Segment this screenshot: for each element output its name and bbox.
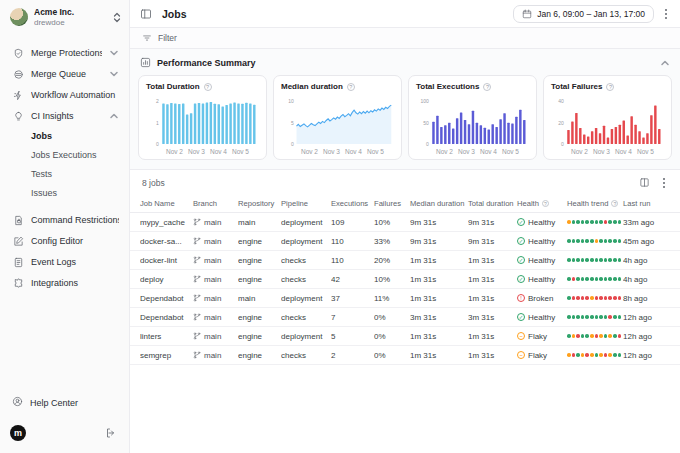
sidebar-item-label: Merge Protections	[31, 48, 102, 58]
table-body: mypy_cachemainmaindeployment10910%9m 31s…	[130, 213, 680, 365]
table-row[interactable]: semgrepmainenginechecks20%1m 31s1m 31s~F…	[130, 346, 680, 365]
cell-health: ✓Healthy	[517, 237, 567, 246]
collapse-chevron-icon[interactable]	[660, 59, 670, 67]
health-label: Flaky	[528, 351, 547, 360]
logout-icon[interactable]	[105, 427, 117, 439]
x-axis-labels: Nov 2Nov 3Nov 4Nov 5	[551, 147, 664, 155]
cell-health-trend	[567, 220, 623, 224]
sidebar-item-command-restrictions[interactable]: Command Restrictions	[0, 210, 129, 231]
svg-text:5: 5	[291, 119, 294, 125]
cell-executions: 37	[331, 294, 374, 303]
column-header-health-trend[interactable]: Health trend?	[567, 199, 623, 208]
cell-health: ✓Healthy	[517, 256, 567, 265]
column-header-last-run[interactable]: Last run	[623, 199, 670, 208]
cell-last-run: 33m ago	[623, 218, 670, 227]
sidebar-subitem-tests[interactable]: Tests	[0, 165, 129, 184]
info-icon[interactable]: ?	[483, 83, 491, 91]
filter-bar[interactable]: Filter	[130, 28, 680, 49]
sidebar-item-label: Command Restrictions	[31, 215, 119, 225]
health-label: Healthy	[528, 256, 555, 265]
bar-chart: 012	[146, 93, 259, 147]
git-branch-icon	[193, 313, 201, 321]
cell-repository: main	[238, 218, 281, 227]
sidebar-item-workflow-automation[interactable]: Workflow Automation	[0, 85, 129, 106]
cell-median-duration: 3m 31s	[410, 313, 468, 322]
info-icon[interactable]: ?	[606, 83, 614, 91]
sidebar-subitem-issues[interactable]: Issues	[0, 184, 129, 203]
org-switcher[interactable]: Acme Inc. drewdoe	[0, 0, 129, 37]
edit-icon	[13, 236, 24, 247]
svg-text:0: 0	[426, 141, 429, 147]
cell-median-duration: 1m 31s	[410, 294, 468, 303]
chevron-updown-icon	[113, 12, 121, 23]
cell-health-trend	[567, 315, 623, 319]
health-label: Broken	[528, 294, 553, 303]
sidebar-item-event-logs[interactable]: Event Logs	[0, 252, 129, 273]
git-branch-icon	[193, 237, 201, 245]
table-menu-button[interactable]	[660, 175, 668, 191]
column-header-failures[interactable]: Failures	[374, 199, 410, 208]
health-trend-dots	[567, 315, 623, 319]
sidebar-item-config-editor[interactable]: Config Editor	[0, 231, 129, 252]
performance-summary-section: Performance Summary Total Duration?012No…	[130, 49, 680, 170]
info-icon[interactable]: ?	[611, 200, 618, 207]
cell-executions: 110	[331, 256, 374, 265]
column-header-branch[interactable]: Branch	[193, 199, 238, 208]
health-label: Healthy	[528, 275, 555, 284]
cell-executions: 5	[331, 332, 374, 341]
column-header-job-name[interactable]: Job Name	[140, 199, 193, 208]
card-title: Median duration	[281, 82, 343, 91]
columns-icon[interactable]	[639, 177, 650, 188]
column-header-executions[interactable]: Executions	[331, 199, 374, 208]
svg-text:1: 1	[156, 119, 159, 125]
cell-executions: 109	[331, 218, 374, 227]
sidebar-subitem-jobs[interactable]: Jobs	[0, 127, 129, 146]
column-header-total-duration[interactable]: Total duration	[468, 199, 517, 208]
cell-total-duration: 1m 31s	[468, 332, 517, 341]
cell-total-duration: 9m 31s	[468, 237, 517, 246]
date-range-button[interactable]: Jan 6, 09:00 – Jan 13, 17:00	[513, 5, 654, 23]
cell-failures: 20%	[374, 256, 410, 265]
health-label: Flaky	[528, 332, 547, 341]
sidebar-item-merge-queue[interactable]: Merge Queue	[0, 64, 129, 85]
cell-branch: main	[193, 351, 238, 360]
bar-chart: 02040	[551, 93, 664, 147]
table-row[interactable]: Dependabotmainenginechecks70%3m 31s3m 31…	[130, 308, 680, 327]
sidebar-subitem-jobs-executions[interactable]: Jobs Executions	[0, 146, 129, 165]
sidebar-item-ci-insights[interactable]: CI Insights	[0, 106, 129, 127]
sidebar-item-integrations[interactable]: Integrations	[0, 273, 129, 294]
card-title: Total Failures	[551, 82, 602, 91]
health-status-icon: ✓	[517, 237, 525, 245]
health-trend-dots	[567, 277, 623, 281]
cell-pipeline: checks	[281, 256, 331, 265]
info-icon[interactable]: ?	[204, 83, 212, 91]
git-branch-icon	[193, 256, 201, 264]
info-icon[interactable]: ?	[542, 200, 549, 207]
cell-job-name: deploy	[140, 275, 193, 284]
table-row[interactable]: docker-sa...mainenginedeployment11033%9m…	[130, 232, 680, 251]
cell-branch: main	[193, 294, 238, 303]
cell-job-name: mypy_cache	[140, 218, 193, 227]
cell-health-trend	[567, 334, 623, 338]
table-row[interactable]: deploymainenginechecks4210%1m 31s1m 31s✓…	[130, 270, 680, 289]
cell-last-run: 4h ago	[623, 275, 670, 284]
table-row[interactable]: Dependabotmainmaindeployment3711%1m 31s1…	[130, 289, 680, 308]
sidebar-item-merge-protections[interactable]: Merge Protections	[0, 43, 129, 64]
column-header-pipeline[interactable]: Pipeline	[281, 199, 331, 208]
column-header-repository[interactable]: Repository	[238, 199, 281, 208]
column-header-median-duration[interactable]: Median duration	[410, 199, 468, 208]
header-menu-button[interactable]	[662, 6, 670, 22]
git-branch-icon	[193, 332, 201, 340]
mergify-logo[interactable]: m	[10, 425, 26, 441]
sidebar-item-help-center[interactable]: Help Center	[0, 390, 129, 415]
table-row[interactable]: lintersmainenginedeployment50%1m 31s1m 3…	[130, 327, 680, 346]
help-icon	[12, 396, 23, 409]
table-row[interactable]: mypy_cachemainmaindeployment10910%9m 31s…	[130, 213, 680, 232]
column-header-health[interactable]: Health?	[517, 199, 567, 208]
info-icon[interactable]: ?	[347, 83, 355, 91]
table-row[interactable]: docker-lintmainenginechecks11020%1m 31s1…	[130, 251, 680, 270]
summary-card-total-failures: Total Failures?02040Nov 2Nov 3Nov 4Nov 5	[543, 75, 672, 160]
svg-text:10: 10	[288, 98, 294, 104]
panel-toggle-icon[interactable]	[140, 8, 152, 20]
cell-job-name: Dependabot	[140, 294, 193, 303]
